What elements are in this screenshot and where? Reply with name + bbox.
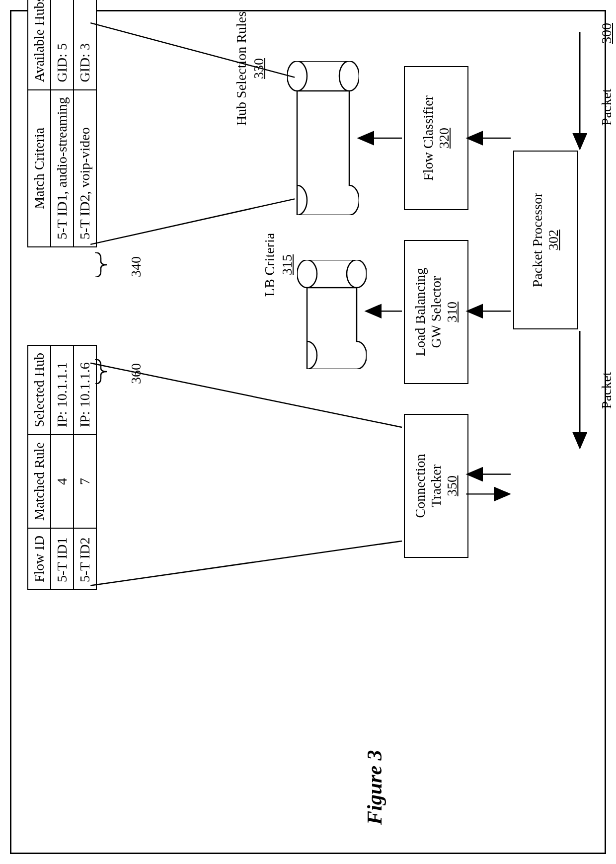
table-340-ref: 340	[128, 256, 144, 277]
brace-360	[95, 359, 110, 384]
hub-rules-ref: 330	[251, 58, 266, 79]
conn-tracker-line2: Tracker	[428, 465, 444, 507]
table-340: Match Criteria Available Hubs 5-T ID1, a…	[27, 0, 97, 247]
hub-rules-label: Hub Selection Rules	[233, 11, 249, 126]
t360-h2: Matched Rule	[28, 435, 51, 528]
t340-r2c2: GID: 3	[74, 0, 96, 90]
flow-classifier-label: Flow Classifier	[420, 95, 436, 181]
diagram-canvas: Packet Processor 302 Flow Classifier 320…	[10, 10, 606, 854]
t360-h1: Flow ID	[28, 528, 51, 590]
gw-selector-ref: 310	[444, 302, 460, 322]
packet-processor-box: Packet Processor 302	[513, 151, 578, 329]
t340-r1c1: 5-T ID1, audio-streaming	[51, 90, 74, 247]
t360-h3: Selected Hub	[28, 345, 51, 435]
packet-out-label: Packet	[599, 372, 615, 409]
gw-selector-box: Load Balancing GW Selector 310	[404, 240, 468, 384]
t340-h1: Match Criteria	[28, 90, 51, 247]
svg-line-13	[90, 541, 402, 586]
diagram-ref: 300	[599, 23, 615, 44]
conn-tracker-line1: Connection	[412, 454, 428, 518]
lb-criteria-label: LB Criteria	[262, 233, 277, 297]
figure-label: Figure 3	[363, 750, 386, 825]
conn-tracker-ref: 350	[444, 475, 460, 496]
lb-criteria-ref: 315	[279, 254, 295, 275]
svg-point-1	[297, 260, 317, 288]
svg-point-0	[287, 61, 307, 91]
flow-classifier-ref: 320	[436, 128, 452, 149]
gw-selector-line2: GW Selector	[428, 276, 444, 348]
table-360: Flow ID Matched Rule Selected Hub 5-T ID…	[27, 345, 97, 590]
t340-h2: Available Hubs	[28, 0, 51, 90]
t360-r2c3: IP: 10.1.1.6	[74, 345, 96, 435]
t360-r1c3: IP: 10.1.1.1	[51, 345, 74, 435]
table-360-ref: 360	[128, 363, 144, 384]
gw-selector-line1: Load Balancing	[412, 268, 428, 356]
hub-rules-cylinder: Hub Selection Rules 330	[287, 61, 359, 215]
brace-340	[95, 252, 110, 277]
t360-r1c2: 4	[51, 435, 74, 528]
t360-r1c1: 5-T ID1	[51, 528, 74, 590]
lb-criteria-cylinder: LB Criteria 315	[297, 260, 367, 369]
packet-processor-ref: 302	[545, 230, 561, 250]
t360-r2c2: 7	[74, 435, 96, 528]
flow-classifier-box: Flow Classifier 320	[404, 66, 468, 210]
packet-in-label: Packet	[599, 88, 615, 126]
t360-r2c1: 5-T ID2	[74, 528, 96, 590]
packet-processor-label: Packet Processor	[530, 193, 545, 288]
t340-r2c1: 5-T ID2, voip-video	[74, 90, 96, 247]
t340-r1c2: GID: 5	[51, 0, 74, 90]
conn-tracker-box: Connection Tracker 350	[404, 414, 468, 558]
